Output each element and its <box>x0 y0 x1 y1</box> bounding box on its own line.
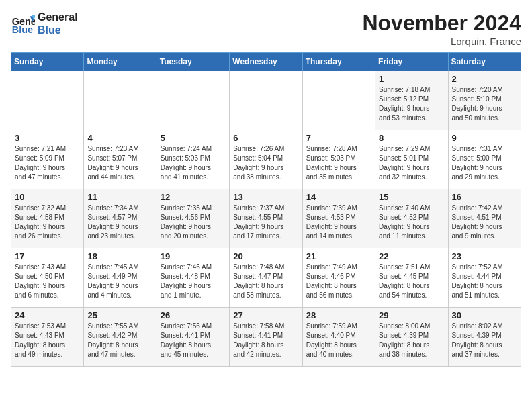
calendar-cell <box>157 71 229 130</box>
day-number: 10 <box>15 192 80 202</box>
calendar-cell: 8Sunrise: 7:29 AM Sunset: 5:01 PM Daylig… <box>375 130 448 189</box>
day-number: 18 <box>87 251 152 261</box>
header-monday: Monday <box>84 53 157 71</box>
day-info: Sunrise: 7:49 AM Sunset: 4:46 PM Dayligh… <box>306 263 371 300</box>
calendar-table: SundayMondayTuesdayWednesdayThursdayFrid… <box>11 52 521 367</box>
calendar-week-3: 10Sunrise: 7:32 AM Sunset: 4:58 PM Dayli… <box>11 189 521 248</box>
calendar-cell: 10Sunrise: 7:32 AM Sunset: 4:58 PM Dayli… <box>11 189 84 248</box>
calendar-cell: 17Sunrise: 7:43 AM Sunset: 4:50 PM Dayli… <box>11 248 84 308</box>
calendar-cell: 23Sunrise: 7:52 AM Sunset: 4:44 PM Dayli… <box>448 248 521 308</box>
day-info: Sunrise: 7:37 AM Sunset: 4:55 PM Dayligh… <box>233 203 298 241</box>
day-number: 12 <box>161 192 226 202</box>
calendar-cell: 20Sunrise: 7:48 AM Sunset: 4:47 PM Dayli… <box>230 248 302 308</box>
day-number: 1 <box>379 74 444 84</box>
calendar-cell <box>11 71 84 130</box>
calendar-cell: 30Sunrise: 8:02 AM Sunset: 4:39 PM Dayli… <box>448 308 521 367</box>
day-info: Sunrise: 7:59 AM Sunset: 4:40 PM Dayligh… <box>306 322 371 359</box>
day-number: 14 <box>306 192 371 202</box>
day-info: Sunrise: 7:48 AM Sunset: 4:47 PM Dayligh… <box>233 263 298 300</box>
day-number: 3 <box>15 133 80 143</box>
calendar-cell: 18Sunrise: 7:45 AM Sunset: 4:49 PM Dayli… <box>84 248 157 308</box>
header-thursday: Thursday <box>302 53 375 71</box>
day-number: 16 <box>452 192 517 202</box>
day-number: 27 <box>233 310 298 320</box>
day-info: Sunrise: 7:18 AM Sunset: 5:12 PM Dayligh… <box>379 85 444 123</box>
day-number: 17 <box>15 251 80 261</box>
calendar-cell: 24Sunrise: 7:53 AM Sunset: 4:43 PM Dayli… <box>11 308 84 367</box>
day-number: 13 <box>233 192 298 202</box>
logo-blue: Blue <box>38 24 78 36</box>
calendar-cell: 12Sunrise: 7:35 AM Sunset: 4:56 PM Dayli… <box>157 189 229 248</box>
calendar-week-4: 17Sunrise: 7:43 AM Sunset: 4:50 PM Dayli… <box>11 248 521 308</box>
day-info: Sunrise: 7:56 AM Sunset: 4:41 PM Dayligh… <box>161 322 226 359</box>
calendar-cell: 25Sunrise: 7:55 AM Sunset: 4:42 PM Dayli… <box>84 308 157 367</box>
day-number: 28 <box>306 310 371 320</box>
day-number: 26 <box>161 310 226 320</box>
day-number: 8 <box>379 133 444 143</box>
day-info: Sunrise: 7:45 AM Sunset: 4:49 PM Dayligh… <box>87 263 152 300</box>
calendar-cell: 21Sunrise: 7:49 AM Sunset: 4:46 PM Dayli… <box>302 248 375 308</box>
calendar-cell: 19Sunrise: 7:46 AM Sunset: 4:48 PM Dayli… <box>157 248 229 308</box>
day-number: 6 <box>233 133 298 143</box>
calendar-cell: 4Sunrise: 7:23 AM Sunset: 5:07 PM Daylig… <box>84 130 157 189</box>
calendar-cell: 5Sunrise: 7:24 AM Sunset: 5:06 PM Daylig… <box>157 130 229 189</box>
calendar-cell: 14Sunrise: 7:39 AM Sunset: 4:53 PM Dayli… <box>302 189 375 248</box>
day-info: Sunrise: 7:55 AM Sunset: 4:42 PM Dayligh… <box>87 322 152 359</box>
day-info: Sunrise: 7:53 AM Sunset: 4:43 PM Dayligh… <box>15 322 80 359</box>
calendar-cell: 22Sunrise: 7:51 AM Sunset: 4:45 PM Dayli… <box>375 248 448 308</box>
day-number: 24 <box>15 310 80 320</box>
day-info: Sunrise: 7:29 AM Sunset: 5:01 PM Dayligh… <box>379 144 444 182</box>
day-info: Sunrise: 7:46 AM Sunset: 4:48 PM Dayligh… <box>161 263 226 300</box>
title-area: November 2024 Lorquin, France <box>362 11 521 47</box>
calendar-cell: 1Sunrise: 7:18 AM Sunset: 5:12 PM Daylig… <box>375 71 448 130</box>
calendar-cell <box>302 71 375 130</box>
calendar-week-2: 3Sunrise: 7:21 AM Sunset: 5:09 PM Daylig… <box>11 130 521 189</box>
calendar-cell <box>84 71 157 130</box>
calendar-cell: 16Sunrise: 7:42 AM Sunset: 4:51 PM Dayli… <box>448 189 521 248</box>
header-sunday: Sunday <box>11 53 84 71</box>
day-number: 22 <box>379 251 444 261</box>
day-info: Sunrise: 7:39 AM Sunset: 4:53 PM Dayligh… <box>306 203 371 241</box>
calendar-cell: 2Sunrise: 7:20 AM Sunset: 5:10 PM Daylig… <box>448 71 521 130</box>
day-info: Sunrise: 8:02 AM Sunset: 4:39 PM Dayligh… <box>452 322 517 359</box>
logo-icon: General Blue <box>11 11 35 36</box>
day-info: Sunrise: 7:40 AM Sunset: 4:52 PM Dayligh… <box>379 203 444 241</box>
day-info: Sunrise: 7:26 AM Sunset: 5:04 PM Dayligh… <box>233 144 298 182</box>
day-number: 23 <box>452 251 517 261</box>
day-number: 11 <box>87 192 152 202</box>
svg-text:Blue: Blue <box>12 25 33 36</box>
calendar-cell: 11Sunrise: 7:34 AM Sunset: 4:57 PM Dayli… <box>84 189 157 248</box>
day-info: Sunrise: 7:52 AM Sunset: 4:44 PM Dayligh… <box>452 263 517 300</box>
day-number: 4 <box>87 133 152 143</box>
day-info: Sunrise: 7:43 AM Sunset: 4:50 PM Dayligh… <box>15 263 80 300</box>
header-tuesday: Tuesday <box>157 53 229 71</box>
day-info: Sunrise: 7:42 AM Sunset: 4:51 PM Dayligh… <box>452 203 517 241</box>
day-number: 25 <box>87 310 152 320</box>
calendar-cell: 7Sunrise: 7:28 AM Sunset: 5:03 PM Daylig… <box>302 130 375 189</box>
calendar-week-1: 1Sunrise: 7:18 AM Sunset: 5:12 PM Daylig… <box>11 71 521 130</box>
calendar-cell: 28Sunrise: 7:59 AM Sunset: 4:40 PM Dayli… <box>302 308 375 367</box>
header: General Blue General Blue November 2024 … <box>11 11 521 47</box>
day-number: 9 <box>452 133 517 143</box>
calendar-week-5: 24Sunrise: 7:53 AM Sunset: 4:43 PM Dayli… <box>11 308 521 367</box>
day-info: Sunrise: 7:32 AM Sunset: 4:58 PM Dayligh… <box>15 203 80 241</box>
day-info: Sunrise: 7:24 AM Sunset: 5:06 PM Dayligh… <box>161 144 226 182</box>
calendar-cell: 9Sunrise: 7:31 AM Sunset: 5:00 PM Daylig… <box>448 130 521 189</box>
calendar-cell: 3Sunrise: 7:21 AM Sunset: 5:09 PM Daylig… <box>11 130 84 189</box>
header-wednesday: Wednesday <box>230 53 302 71</box>
day-info: Sunrise: 7:23 AM Sunset: 5:07 PM Dayligh… <box>87 144 152 182</box>
day-info: Sunrise: 8:00 AM Sunset: 4:39 PM Dayligh… <box>379 322 444 359</box>
calendar-cell: 6Sunrise: 7:26 AM Sunset: 5:04 PM Daylig… <box>230 130 302 189</box>
calendar-cell: 26Sunrise: 7:56 AM Sunset: 4:41 PM Dayli… <box>157 308 229 367</box>
calendar-header-row: SundayMondayTuesdayWednesdayThursdayFrid… <box>11 53 521 71</box>
calendar-cell: 29Sunrise: 8:00 AM Sunset: 4:39 PM Dayli… <box>375 308 448 367</box>
header-friday: Friday <box>375 53 448 71</box>
logo-general: General <box>38 11 78 24</box>
day-number: 15 <box>379 192 444 202</box>
day-number: 5 <box>161 133 226 143</box>
day-info: Sunrise: 7:28 AM Sunset: 5:03 PM Dayligh… <box>306 144 371 182</box>
calendar-cell: 13Sunrise: 7:37 AM Sunset: 4:55 PM Dayli… <box>230 189 302 248</box>
location: Lorquin, France <box>362 36 521 47</box>
calendar-cell: 27Sunrise: 7:58 AM Sunset: 4:41 PM Dayli… <box>230 308 302 367</box>
day-info: Sunrise: 7:35 AM Sunset: 4:56 PM Dayligh… <box>161 203 226 241</box>
